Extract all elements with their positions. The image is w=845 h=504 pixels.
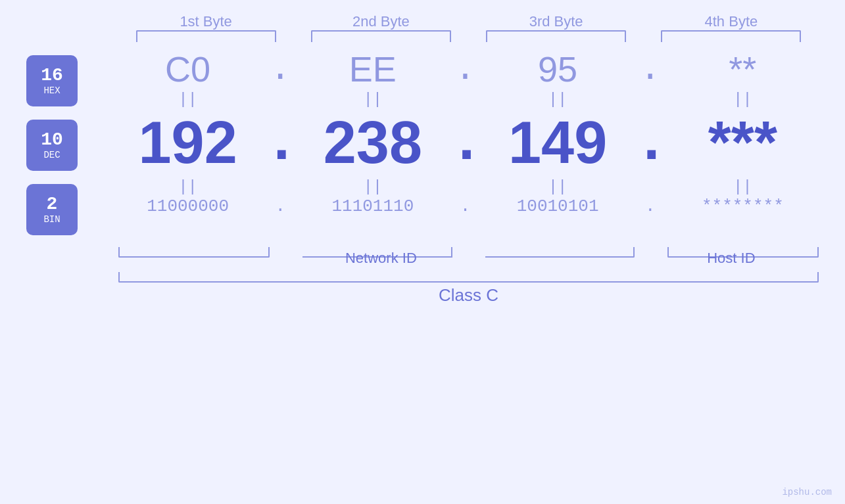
watermark: ipshu.com (782, 487, 832, 497)
equals-2-4: || (667, 178, 819, 196)
hex-badge: 16 HEX (26, 55, 78, 106)
hex-values-row: C0 . EE . 95 . ** (112, 49, 819, 89)
bin-badge-label: BIN (43, 214, 60, 225)
dec-badge-label: DEC (43, 150, 60, 160)
hex-value-2: EE (297, 49, 448, 89)
bin-dot-2: . (449, 196, 482, 216)
bin-badge-num: 2 (47, 195, 58, 215)
bin-value-2: 11101110 (297, 196, 448, 216)
bin-value-4: ******** (667, 196, 819, 216)
bin-values-row: 11000000 . 11101110 . 10010101 . *******… (112, 196, 819, 216)
bin-dot-3: . (634, 196, 667, 216)
equals-1-2: || (297, 91, 448, 108)
byte-label-1: 1st Byte (118, 13, 293, 30)
hex-badge-num: 16 (41, 66, 63, 86)
host-id-label: Host ID (644, 250, 819, 267)
dec-value-2: 238 (297, 109, 448, 177)
dec-dot-2: . (449, 110, 482, 177)
values-grid: C0 . EE . 95 . ** || || || || (112, 49, 819, 242)
bracket-cell-2 (293, 30, 468, 42)
dec-badge: 10 DEC (26, 120, 78, 171)
equals-1-4: || (667, 91, 819, 108)
dec-dot-1: . (264, 110, 297, 177)
class-label: Class C (118, 285, 819, 306)
hex-badge-label: HEX (43, 85, 60, 96)
equals-row-1: || || || || (112, 89, 819, 109)
dec-badge-num: 10 (41, 130, 63, 150)
equals-1-1: || (112, 91, 264, 108)
badges-column: 16 HEX 10 DEC 2 BIN (26, 49, 112, 242)
byte-label-3: 3rd Byte (469, 13, 644, 30)
hex-value-3: 95 (482, 49, 634, 89)
bin-dot-1: . (264, 196, 297, 216)
hex-value-1: C0 (112, 49, 264, 89)
equals-2-3: || (482, 178, 634, 196)
equals-row-2: || || || || (112, 177, 819, 196)
top-bracket-2 (311, 30, 451, 42)
top-bracket-4 (661, 30, 801, 42)
bin-value-1: 11000000 (112, 196, 264, 216)
bin-badge: 2 BIN (26, 184, 78, 235)
class-bracket (118, 272, 819, 283)
class-section: Class C (26, 272, 819, 306)
bin-value-3: 10010101 (482, 196, 634, 216)
equals-1-3: || (482, 91, 634, 108)
top-bracket-3 (486, 30, 626, 42)
byte-label-4: 4th Byte (644, 13, 819, 30)
byte-labels-row: 1st Byte 2nd Byte 3rd Byte 4th Byte (26, 13, 819, 30)
top-brackets-row (26, 30, 819, 42)
hex-dot-1: . (264, 49, 297, 89)
network-id-label: Network ID (118, 250, 644, 267)
dec-value-4: *** (667, 109, 819, 177)
dec-value-1: 192 (112, 109, 264, 177)
byte-label-2: 2nd Byte (293, 13, 468, 30)
dec-dot-3: . (634, 110, 667, 177)
hex-value-4: ** (667, 49, 819, 89)
equals-2-2: || (297, 178, 448, 196)
bracket-cell-3 (469, 30, 644, 42)
hex-dot-3: . (634, 49, 667, 89)
dec-values-row: 192 . 238 . 149 . *** (112, 109, 819, 177)
equals-2-1: || (112, 178, 264, 196)
id-labels-simple: Network ID Host ID (26, 250, 819, 267)
bracket-cell-1 (118, 30, 293, 42)
main-content: 16 HEX 10 DEC 2 BIN C0 . EE . 95 . (26, 49, 819, 242)
dec-value-3: 149 (482, 109, 634, 177)
bracket-cell-4 (644, 30, 819, 42)
hex-dot-2: . (449, 49, 482, 89)
top-bracket-1 (136, 30, 276, 42)
